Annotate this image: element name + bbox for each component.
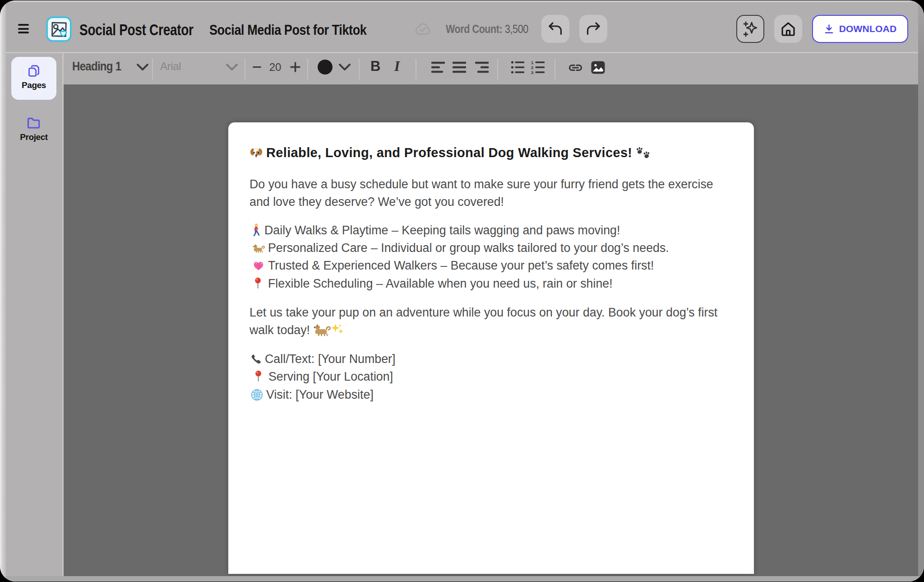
svg-text:2: 2 (531, 65, 533, 70)
svg-text:1: 1 (531, 61, 534, 65)
svg-text:3: 3 (531, 70, 533, 74)
